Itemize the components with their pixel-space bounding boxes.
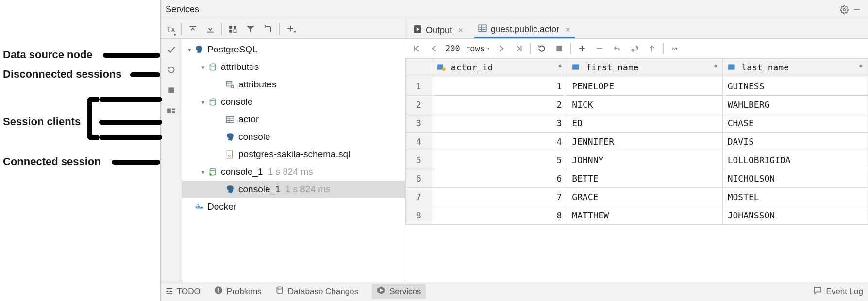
layout2-icon[interactable] (165, 104, 178, 117)
cell-last-name[interactable]: DAVIS (722, 133, 868, 151)
table-row[interactable]: 55JOHNNYLOLLOBRIGIDA (406, 151, 868, 169)
session-tree[interactable]: ▾ PostgreSQL ▾ attributes attrib (182, 39, 405, 282)
group-icon[interactable] (225, 22, 241, 36)
tree-node-attributes-session[interactable]: ▾ attributes (182, 58, 405, 76)
close-icon[interactable]: ✕ (565, 26, 571, 33)
layout-icon[interactable] (260, 22, 276, 36)
tree-label: attributes (221, 62, 259, 72)
status-problems[interactable]: Problems (214, 286, 262, 297)
cell-first-name[interactable]: GRACE (567, 188, 722, 206)
revert-icon[interactable] (165, 63, 178, 77)
annotation-connected-session: Connected session (3, 155, 101, 167)
cell-first-name[interactable]: BETTE (567, 169, 722, 188)
tree-node-docker[interactable]: ▾ Docker (182, 198, 405, 216)
cell-actor-id[interactable]: 8 (432, 206, 567, 225)
add-row-icon[interactable] (574, 41, 590, 56)
database-icon (275, 286, 284, 297)
svg-rect-11 (168, 87, 174, 93)
svg-rect-45 (444, 68, 446, 69)
cell-first-name[interactable]: ED (567, 114, 722, 133)
svg-rect-4 (229, 26, 232, 29)
next-page-icon[interactable] (493, 41, 510, 56)
status-todo[interactable]: ☲ TODO (166, 286, 200, 297)
reload-icon[interactable] (534, 41, 550, 56)
tree-node-sql-file[interactable]: SQL postgres-sakila-schema.sql (182, 146, 405, 163)
cell-last-name[interactable]: JOHANSSON (722, 206, 868, 225)
cell-actor-id[interactable]: 7 (432, 188, 567, 206)
prev-page-icon[interactable] (426, 41, 442, 56)
postgres-icon (225, 132, 235, 142)
data-pane: Output ✕ guest.public.actor ✕ 200 rows ▾ (405, 19, 868, 282)
col-actor-id[interactable]: actor_id◆ (432, 59, 567, 77)
cell-actor-id[interactable]: 3 (432, 114, 567, 133)
stop-icon[interactable] (165, 84, 178, 97)
tab-data[interactable]: guest.public.actor ✕ (474, 22, 575, 38)
tree-label: console (238, 132, 270, 142)
tx-button[interactable]: Tx ▾ (164, 22, 178, 36)
tree-node-console1-session[interactable]: ▾ console_1 1 s 824 ms (182, 163, 405, 181)
tab-label: guest.public.actor (491, 24, 559, 34)
status-services[interactable]: Services (372, 284, 426, 299)
column-icon (728, 63, 736, 73)
minimize-icon[interactable] (851, 3, 863, 16)
first-page-icon[interactable] (408, 41, 425, 56)
commit-icon[interactable] (626, 41, 643, 56)
table-row[interactable]: 44JENNIFERDAVIS (406, 133, 868, 151)
cell-last-name[interactable]: CHASE (722, 114, 868, 133)
cell-actor-id[interactable]: 1 (432, 77, 567, 96)
table-row[interactable]: 77GRACEMOSTEL (406, 188, 868, 206)
rows-selector[interactable]: 200 rows ▾ (443, 44, 492, 53)
postgres-icon (225, 184, 235, 195)
status-db-changes[interactable]: Database Changes (275, 286, 359, 297)
undo-icon[interactable] (609, 41, 625, 56)
tree-node-console1-client[interactable]: console_1 1 s 824 ms (182, 181, 405, 198)
tree-node-console-session[interactable]: ▾ console (182, 93, 405, 111)
cell-first-name[interactable]: PENELOPE (567, 77, 722, 96)
tree-node-actor[interactable]: actor (182, 111, 405, 128)
cell-actor-id[interactable]: 2 (432, 96, 567, 114)
tree-node-attributes-client[interactable]: attributes (182, 76, 405, 93)
cell-last-name[interactable]: GUINESS (722, 77, 868, 96)
cell-last-name[interactable]: MOSTEL (722, 188, 868, 206)
tree-node-console-client[interactable]: console (182, 128, 405, 146)
cell-last-name[interactable]: WAHLBERG (722, 96, 868, 114)
table-row[interactable]: 22NICKWAHLBERG (406, 96, 868, 114)
grid-toolbar: 200 rows ▾ »▾ (405, 39, 868, 58)
data-grid[interactable]: actor_id◆ first_name◆ last_name◆ (405, 58, 868, 282)
check-icon[interactable] (165, 43, 178, 56)
cell-actor-id[interactable]: 4 (432, 133, 567, 151)
last-page-icon[interactable] (511, 41, 527, 56)
row-number: 2 (406, 96, 432, 114)
tab-output[interactable]: Output ✕ (409, 22, 467, 38)
remove-row-icon[interactable] (591, 41, 608, 56)
filter-icon[interactable] (242, 22, 259, 36)
pk-column-icon (437, 63, 446, 73)
cell-first-name[interactable]: JENNIFER (567, 133, 722, 151)
cell-last-name[interactable]: LOLLOBRIGIDA (722, 151, 868, 169)
table-row[interactable]: 66BETTENICHOLSON (406, 169, 868, 188)
add-icon[interactable]: ▾ (283, 22, 299, 36)
svg-rect-46 (572, 64, 579, 69)
table-row[interactable]: 33EDCHASE (406, 114, 868, 133)
cell-last-name[interactable]: NICHOLSON (722, 169, 868, 188)
cell-first-name[interactable]: MATTHEW (567, 206, 722, 225)
svg-point-28 (209, 173, 212, 176)
col-last-name[interactable]: last_name◆ (722, 59, 868, 77)
cell-first-name[interactable]: NICK (567, 96, 722, 114)
cell-first-name[interactable]: JOHNNY (567, 151, 722, 169)
stop-icon[interactable] (551, 41, 568, 56)
row-number: 8 (406, 206, 432, 225)
more-icon[interactable]: »▾ (667, 41, 683, 56)
col-first-name[interactable]: first_name◆ (567, 59, 722, 77)
status-event-log[interactable]: Event Log (813, 286, 863, 297)
close-icon[interactable]: ✕ (458, 26, 464, 34)
table-row[interactable]: 88MATTHEWJOHANSSON (406, 206, 868, 225)
gear-icon[interactable] (838, 3, 851, 16)
cell-actor-id[interactable]: 6 (432, 169, 567, 188)
tree-node-postgresql[interactable]: ▾ PostgreSQL (182, 41, 405, 58)
table-row[interactable]: 11PENELOPEGUINESS (406, 77, 868, 96)
collapse-all-icon[interactable] (202, 22, 218, 36)
expand-all-icon[interactable] (184, 22, 201, 36)
cell-actor-id[interactable]: 5 (432, 151, 567, 169)
submit-icon[interactable] (644, 41, 660, 56)
